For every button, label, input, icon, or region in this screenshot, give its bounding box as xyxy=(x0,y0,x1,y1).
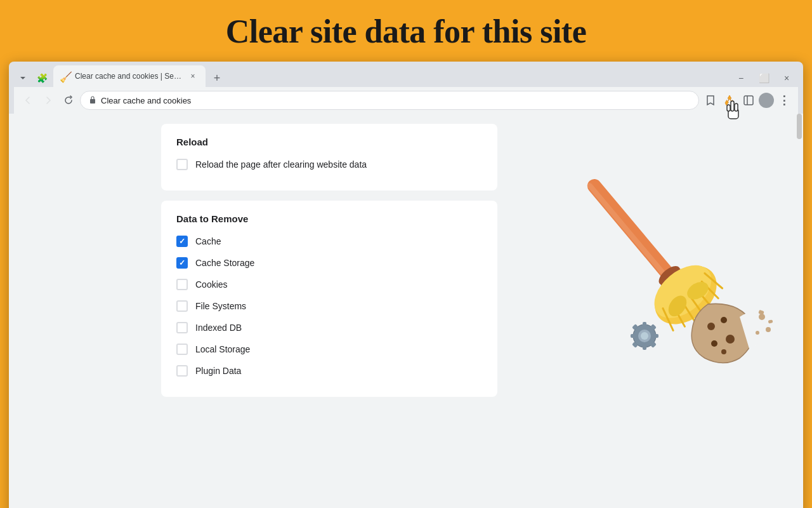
svg-rect-0 xyxy=(90,99,95,104)
svg-rect-30 xyxy=(650,324,657,330)
reload-checkbox-label: Reload the page after clearing website d… xyxy=(195,159,367,170)
extensions-button[interactable]: 🧩 xyxy=(33,69,51,87)
svg-line-13 xyxy=(658,309,678,331)
checkbox-local-storage[interactable] xyxy=(176,344,188,355)
svg-line-19 xyxy=(705,271,723,290)
tab-favicon: 🧹 xyxy=(60,71,70,81)
address-bar[interactable]: Clear cache and cookies xyxy=(80,91,699,110)
minimize-button[interactable]: − xyxy=(730,69,752,87)
checkbox-label-6: Plugin Data xyxy=(195,366,241,376)
navigation-bar: Clear cache and cookies xyxy=(14,87,798,114)
svg-point-40 xyxy=(756,331,759,335)
svg-rect-31 xyxy=(650,342,657,348)
banner-area: Clear site data for this site xyxy=(0,0,812,62)
checkbox-label-0: Cache xyxy=(195,236,221,246)
checkbox-label-2: Cookies xyxy=(195,279,228,290)
svg-point-20 xyxy=(665,292,690,319)
tab-title: Clear cache and cookies | Setti... xyxy=(75,72,183,81)
svg-point-34 xyxy=(721,317,727,323)
banner-title: Clear site data for this site xyxy=(0,13,812,50)
svg-line-18 xyxy=(702,280,718,299)
svg-point-33 xyxy=(707,323,715,330)
checkbox-label-1: Cache Storage xyxy=(195,258,254,268)
back-button[interactable] xyxy=(19,91,37,109)
data-to-remove-title: Data to Remove xyxy=(176,213,482,224)
extension-icon-wrap xyxy=(721,91,738,109)
list-item: Indexed DB xyxy=(176,319,482,336)
checkboxes-container: CacheCache StorageCookiesFile SystemsInd… xyxy=(176,233,482,379)
chrome-extension-button[interactable] xyxy=(721,91,738,109)
browser-window: 🧩 🧹 Clear cache and cookies | Setti... ×… xyxy=(9,62,803,508)
svg-rect-41 xyxy=(758,310,764,315)
forward-button[interactable] xyxy=(39,91,57,109)
reload-button[interactable] xyxy=(60,91,77,109)
checkbox-label-3: File Systems xyxy=(195,301,246,311)
window-controls: − ⬜ × xyxy=(730,69,798,87)
svg-point-9 xyxy=(657,264,686,292)
svg-line-16 xyxy=(689,297,706,316)
svg-rect-42 xyxy=(768,319,773,323)
svg-point-10 xyxy=(655,262,683,288)
profile-avatar[interactable] xyxy=(759,93,774,108)
checkbox-indexed-db[interactable] xyxy=(176,322,188,333)
bookmark-button[interactable] xyxy=(702,91,719,109)
reload-checkbox[interactable] xyxy=(176,159,188,170)
checkbox-file-systems[interactable] xyxy=(176,300,188,312)
new-tab-button[interactable]: + xyxy=(208,69,226,87)
maximize-button[interactable]: ⬜ xyxy=(752,69,775,87)
data-to-remove-section: Data to Remove CacheCache StorageCookies… xyxy=(161,201,497,397)
checkbox-label-4: Indexed DB xyxy=(195,323,242,333)
sidebar-button[interactable] xyxy=(740,91,757,109)
address-text: Clear cache and cookies xyxy=(101,96,691,105)
list-item: Cookies xyxy=(176,276,482,293)
svg-line-15 xyxy=(680,302,698,322)
svg-rect-5 xyxy=(744,96,753,105)
more-options-button[interactable]: ⋮ xyxy=(775,91,793,109)
reload-section-title: Reload xyxy=(176,137,482,147)
checkbox-cache-storage[interactable] xyxy=(176,257,188,269)
tab-close-button[interactable]: × xyxy=(188,71,198,81)
checkbox-cache[interactable] xyxy=(176,236,188,247)
address-security-icon xyxy=(88,95,97,106)
checkbox-plugin-data[interactable] xyxy=(176,365,188,377)
close-button[interactable]: × xyxy=(775,69,798,87)
svg-point-35 xyxy=(726,335,735,344)
svg-point-37 xyxy=(721,349,726,354)
checkbox-cookies[interactable] xyxy=(176,279,188,290)
svg-line-14 xyxy=(670,305,688,326)
browser-chrome: 🧩 🧹 Clear cache and cookies | Setti... ×… xyxy=(9,62,803,114)
svg-point-39 xyxy=(766,327,771,332)
svg-point-21 xyxy=(684,278,711,303)
checkbox-label-5: Local Storage xyxy=(195,344,250,354)
svg-point-36 xyxy=(711,340,717,347)
list-item: File Systems xyxy=(176,298,482,314)
reload-checkbox-item: Reload the page after clearing website d… xyxy=(176,156,482,173)
list-item: Local Storage xyxy=(176,341,482,358)
svg-line-17 xyxy=(697,290,712,308)
list-item: Plugin Data xyxy=(176,363,482,379)
svg-point-11 xyxy=(643,254,728,336)
active-tab[interactable]: 🧹 Clear cache and cookies | Setti... × xyxy=(53,65,206,87)
list-item: Cache xyxy=(176,233,482,250)
svg-rect-27 xyxy=(653,334,658,338)
content-inner: Reload Reload the page after clearing we… xyxy=(9,124,643,397)
svg-point-12 xyxy=(645,255,721,328)
scrollbar[interactable] xyxy=(796,114,803,508)
page-content[interactable]: Reload Reload the page after clearing we… xyxy=(9,114,803,508)
nav-actions: ⋮ xyxy=(702,91,793,109)
tab-dropdown-button[interactable] xyxy=(14,69,32,87)
reload-section: Reload Reload the page after clearing we… xyxy=(161,124,497,190)
svg-point-38 xyxy=(759,314,765,320)
scrollbar-thumb[interactable] xyxy=(797,114,802,139)
list-item: Cache Storage xyxy=(176,255,482,271)
